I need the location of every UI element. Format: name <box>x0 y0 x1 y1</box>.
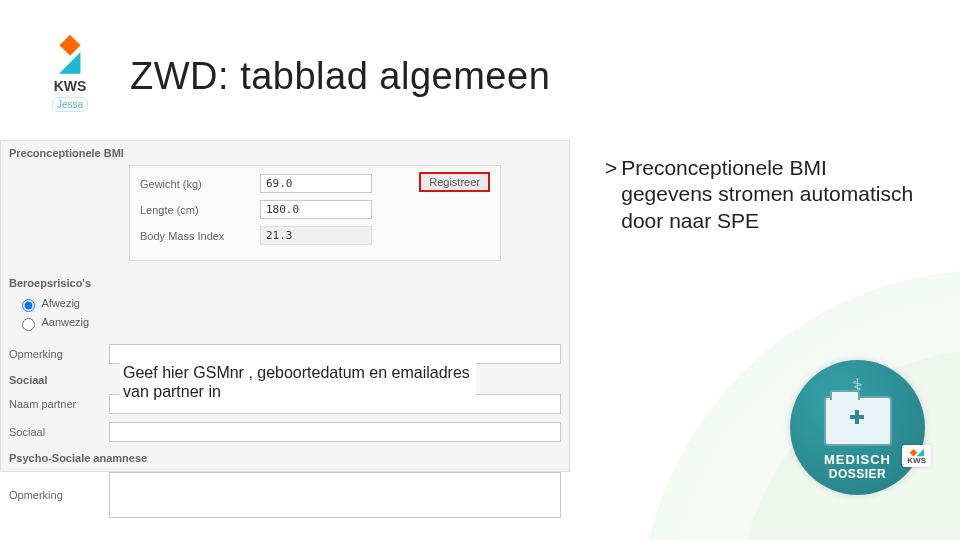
section-bmi-label: Preconceptionele BMI <box>1 141 569 163</box>
plus-icon <box>850 410 864 424</box>
radio-aanwezig-label[interactable]: Aanwezig <box>17 315 569 331</box>
commentary-text: Preconceptionele BMI gegevens stromen au… <box>621 155 915 234</box>
bmi-label: Body Mass Index <box>140 230 260 242</box>
logo-sub-text: Jessa <box>52 97 88 112</box>
folder-icon <box>824 396 892 446</box>
ehr-form-screenshot: Preconceptionele BMI Registreer Gewicht … <box>0 140 570 472</box>
section-psy-label: Psycho-Sociale anamnese <box>1 446 569 468</box>
sociaal-input[interactable] <box>109 422 561 442</box>
radio-aanwezig-text: Aanwezig <box>41 316 89 328</box>
radio-aanwezig[interactable] <box>22 318 35 331</box>
section-risico-label: Beroepsrisico's <box>1 271 569 293</box>
opmerking2-textarea[interactable] <box>109 472 561 518</box>
badge-line1: MEDISCH <box>824 452 891 467</box>
logo-mark: ◆◢ <box>40 30 100 82</box>
radio-afwezig-text: Afwezig <box>41 297 80 309</box>
badge-mini-logo: ◆◢ KWS <box>902 445 931 467</box>
risico-radios: Afwezig Aanwezig <box>1 296 569 340</box>
annotation-note: Geef hier GSMnr , geboortedatum en email… <box>120 360 476 404</box>
sociaal-label: Sociaal <box>9 426 109 438</box>
lengte-label: Lengte (cm) <box>140 204 260 216</box>
slide-title: ZWD: tabblad algemeen <box>130 55 550 98</box>
bmi-value: 21.3 <box>260 226 372 245</box>
opmerking2-label: Opmerking <box>9 489 109 501</box>
commentary-block: > Preconceptionele BMI gegevens stromen … <box>605 155 915 234</box>
radio-afwezig[interactable] <box>22 299 35 312</box>
logo-brand-text: KWS <box>40 78 100 94</box>
badge-line2: DOSSIER <box>829 467 887 481</box>
registreer-button[interactable]: Registreer <box>419 172 490 192</box>
gewicht-label: Gewicht (kg) <box>140 178 260 190</box>
naam-partner-label: Naam partner <box>9 398 109 410</box>
medisch-dossier-badge: ⚕ MEDISCH DOSSIER ◆◢ KWS <box>790 360 925 495</box>
lengte-input[interactable] <box>260 200 372 219</box>
radio-afwezig-label[interactable]: Afwezig <box>17 296 569 312</box>
badge-mini-text: KWS <box>907 456 926 465</box>
bmi-panel: Registreer Gewicht (kg) Lengte (cm) Body… <box>129 165 501 261</box>
bullet-marker: > <box>605 155 617 234</box>
gewicht-input[interactable] <box>260 174 372 193</box>
brand-logo: ◆◢ KWS Jessa <box>40 30 100 112</box>
opmerking-label: Opmerking <box>9 348 109 360</box>
